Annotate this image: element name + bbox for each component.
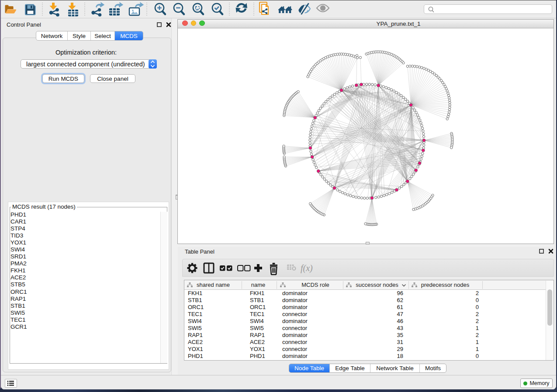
svg-text:f(x): f(x) [301, 263, 313, 273]
